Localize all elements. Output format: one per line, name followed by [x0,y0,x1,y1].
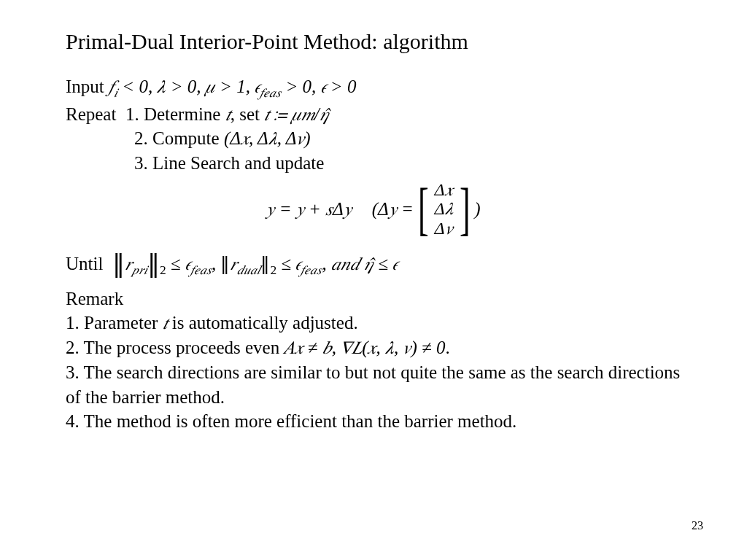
remark1-pre: 1. Parameter [66,313,163,332]
eq-right-close: ) [474,197,480,222]
slide: Primal-Dual Interior-Point Method: algor… [0,0,747,560]
delta-y-vector: [ Δ𝑥 Δ𝜆 Δ𝑣 ] [414,179,474,239]
step1-pre: 1. Determine [125,104,225,124]
eq-left: 𝑦 = 𝑦 + 𝑠Δ𝑦 [266,197,351,222]
remark-2: 2. The process proceeds even 𝐴𝑥 ≠ 𝑏, ∇𝐿(… [66,335,681,360]
input-line: Input 𝑓𝑖 < 0, 𝜆 > 0, 𝜇 > 1, 𝜖𝑓𝑒𝑎𝑠 > 0, 𝜖… [66,74,681,102]
until-line: Until ‖𝑟𝑝𝑟𝑖‖2 ≤ 𝜖𝑓𝑒𝑎𝑠, ‖𝑟𝑑𝑢𝑎𝑙‖2 ≤ 𝜖𝑓𝑒𝑎𝑠,… [66,245,681,279]
eq-right-open: (Δ𝑦 = [372,197,414,222]
remark2-post: . [446,338,450,357]
remark1-var-t: 𝑡 [163,313,168,332]
input-conditions: 𝑓𝑖 < 0, 𝜆 > 0, 𝜇 > 1, 𝜖𝑓𝑒𝑎𝑠 > 0, 𝜖 > 0 [109,77,356,96]
vec-entry-2: Δ𝜆 [435,199,454,218]
page-number: 23 [692,519,703,532]
step2-text: 2. Compute [134,128,224,148]
slide-body: Input 𝑓𝑖 < 0, 𝜆 > 0, 𝜇 > 1, 𝜖𝑓𝑒𝑎𝑠 > 0, 𝜖… [66,74,681,434]
step-3: 3. Line Search and update [66,151,681,176]
update-equation: 𝑦 = 𝑦 + 𝑠Δ𝑦 (Δ𝑦 = [ Δ𝑥 Δ𝜆 Δ𝑣 ] ) [66,179,681,239]
vec-entry-1: Δ𝑥 [435,180,454,199]
remark-4: 4. The method is often more efficient th… [66,409,681,434]
input-label: Input [66,77,104,96]
remark2-math: 𝐴𝑥 ≠ 𝑏, ∇𝐿(𝑥, 𝜆, 𝑣) ≠ 0 [284,338,445,357]
until-label: Until [66,254,103,273]
step1-assign: 𝑡 ≔ 𝜇𝑚/𝜂̂ [264,104,328,124]
left-bracket-icon: [ [418,179,429,238]
slide-title: Primal-Dual Interior-Point Method: algor… [66,29,681,54]
remark-label: Remark [66,287,681,311]
repeat-label: Repeat [66,104,116,124]
step1-mid: , set [231,104,265,124]
step2-math: (Δ𝑥, Δ𝜆, Δ𝑣) [224,128,311,148]
right-bracket-icon: ] [460,179,471,238]
remark2-pre: 2. The process proceeds even [66,338,284,357]
repeat-line: Repeat 1. Determine 𝑡, set 𝑡 ≔ 𝜇𝑚/𝜂̂ [66,102,681,127]
vec-entry-3: Δ𝑣 [435,219,454,238]
step1-var-t: 𝑡 [225,104,231,124]
step-2: 2. Compute (Δ𝑥, Δ𝜆, Δ𝑣) [66,126,681,151]
step-1: 1. Determine 𝑡, set 𝑡 ≔ 𝜇𝑚/𝜂̂ [125,104,329,124]
until-conditions: ‖𝑟𝑝𝑟𝑖‖2 ≤ 𝜖𝑓𝑒𝑎𝑠, ‖𝑟𝑑𝑢𝑎𝑙‖2 ≤ 𝜖𝑓𝑒𝑎𝑠, 𝑎𝑛𝑑 𝜂… [112,254,398,273]
remark-3: 3. The search directions are similar to … [66,360,681,410]
remark1-post: is automatically adjusted. [168,313,358,332]
vector-entries: Δ𝑥 Δ𝜆 Δ𝑣 [433,179,455,239]
remark-1: 1. Parameter 𝑡 is automatically adjusted… [66,311,681,335]
